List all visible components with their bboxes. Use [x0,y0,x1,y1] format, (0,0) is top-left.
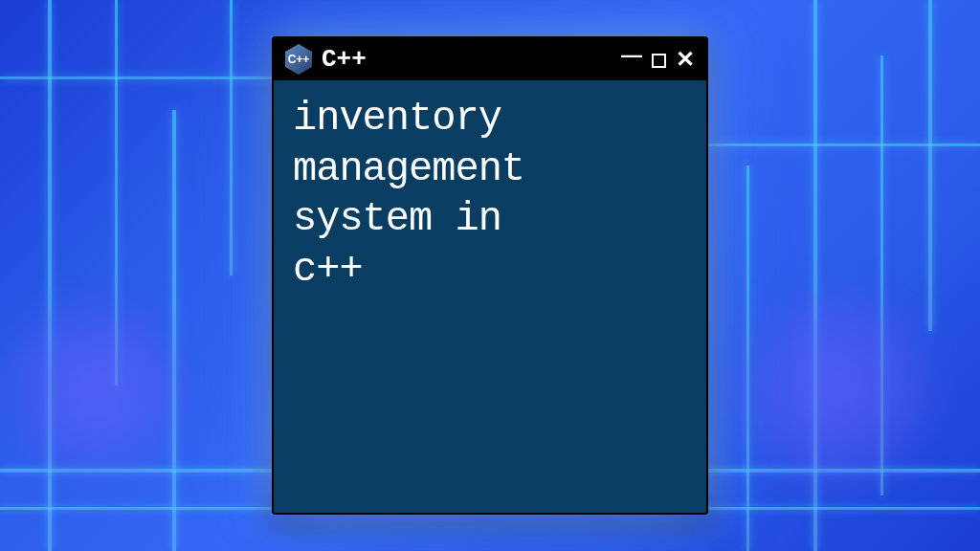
minimize-button[interactable]: — [621,45,642,66]
close-button[interactable]: ✕ [676,48,695,71]
terminal-content: inventory management system in c++ [274,80,706,513]
logo-text: C++ [288,53,310,66]
cpp-logo-icon: C++ [285,44,312,75]
terminal-window: C++ C++ — ✕ inventory management system … [272,36,708,515]
window-controls: — ✕ [621,48,695,71]
window-title: C++ [322,45,612,74]
titlebar[interactable]: C++ C++ — ✕ [274,38,706,80]
maximize-button[interactable] [652,49,666,70]
